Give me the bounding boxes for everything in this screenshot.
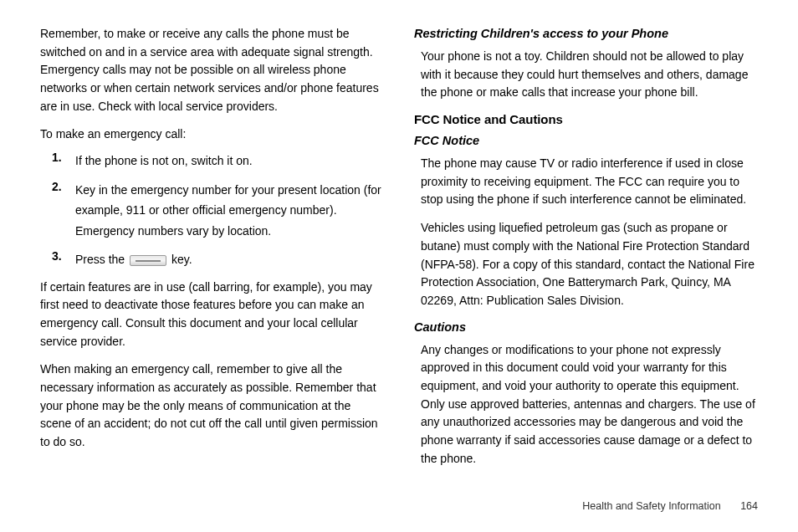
fcc-notice-subheading: FCC Notice	[414, 134, 758, 147]
step-2: 2. Key in the emergency number for your …	[40, 180, 384, 242]
step-text: If the phone is not on, switch it on.	[75, 151, 253, 171]
features-paragraph: If certain features are in use (call bar…	[40, 279, 384, 351]
step-text-pre: Press the	[75, 253, 128, 266]
cautions-paragraph: Any changes or modifications to your pho…	[421, 341, 758, 468]
emergency-call-intro: To make an emergency call:	[40, 125, 384, 144]
page-number: 164	[740, 500, 758, 512]
intro-paragraph: Remember, to make or receive any calls t…	[40, 25, 384, 115]
step-text-post: key.	[168, 253, 192, 266]
fcc-vehicle-paragraph: Vehicles using liquefied petroleum gas (…	[421, 219, 758, 309]
step-number: 3.	[52, 249, 75, 270]
fcc-notice-heading: FCC Notice and Cautions	[414, 112, 758, 126]
step-text: Press the key.	[75, 249, 192, 270]
fcc-interference-paragraph: The phone may cause TV or radio interfer…	[421, 155, 758, 209]
restricting-children-heading: Restricting Children's access to your Ph…	[414, 27, 758, 40]
emergency-info-paragraph: When making an emergency call, remember …	[40, 361, 384, 451]
step-1: 1. If the phone is not on, switch it on.	[40, 151, 384, 171]
footer-section: Health and Safety Information	[582, 500, 720, 512]
step-3: 3. Press the key.	[40, 249, 384, 270]
step-number: 2.	[52, 180, 75, 242]
cautions-heading: Cautions	[414, 320, 758, 334]
right-column: Restricting Children's access to your Ph…	[414, 25, 758, 478]
left-column: Remember, to make or receive any calls t…	[40, 25, 384, 478]
step-text: Key in the emergency number for your pre…	[75, 180, 384, 242]
key-icon	[130, 255, 166, 266]
page-footer: Health and Safety Information 164	[582, 500, 758, 512]
step-number: 1.	[52, 151, 75, 171]
children-paragraph: Your phone is not a toy. Children should…	[421, 48, 758, 102]
